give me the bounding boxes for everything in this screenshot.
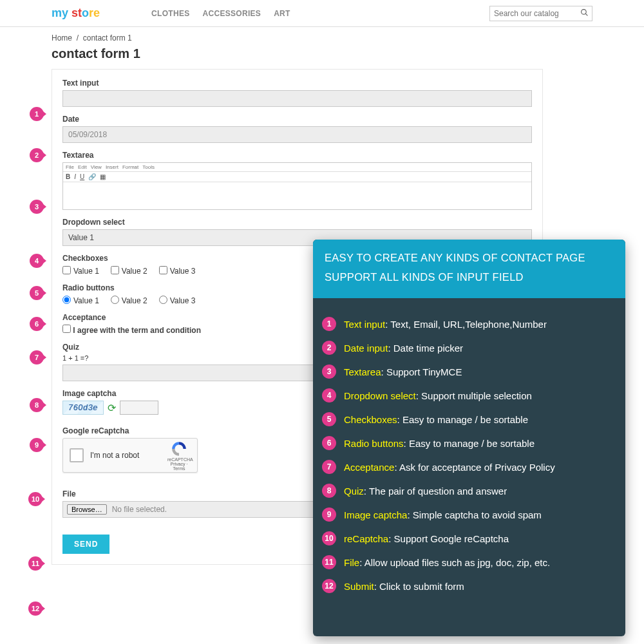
- feature-overlay: EASY TO CREATE ANY KINDS OF CONTACT PAGE…: [313, 240, 625, 636]
- label-textarea: Textarea: [62, 151, 532, 160]
- recaptcha-checkbox[interactable]: [70, 448, 84, 462]
- search-box: [489, 6, 592, 21]
- input-text[interactable]: [62, 90, 532, 107]
- overlay-row: 6 Radio buttons: Easy to manage / be sor…: [322, 436, 616, 450]
- input-captcha[interactable]: [120, 401, 158, 415]
- overlay-badge: 3: [322, 365, 336, 379]
- overlay-badge: 7: [322, 460, 336, 474]
- badge-8: 8: [30, 398, 44, 412]
- overlay-row: 9 Image captcha: Simple captcha to avoid…: [322, 507, 616, 522]
- overlay-row: 5 Checkboxes: Easy to manage / be sortab…: [322, 412, 616, 426]
- recaptcha-widget[interactable]: I'm not a robot reCAPTCHA Privacy · Term…: [62, 438, 198, 473]
- overlay-badge: 12: [322, 579, 336, 593]
- label-text: Text input: [62, 79, 532, 88]
- search-input[interactable]: [489, 6, 592, 21]
- overlay-row: 1 Text input: Text, Email, URL,Telephone…: [322, 317, 616, 331]
- refresh-icon[interactable]: ⟳: [108, 402, 116, 414]
- breadcrumb-page: contact form 1: [83, 33, 132, 43]
- overlay-row: 10 reCaptcha: Support Google reCaptcha: [322, 531, 616, 545]
- underline-icon[interactable]: U: [80, 173, 84, 180]
- svg-line-1: [585, 14, 587, 15]
- badge-7: 7: [30, 350, 44, 365]
- badge-3: 3: [30, 200, 44, 214]
- browse-button[interactable]: Browse…: [67, 504, 107, 515]
- badge-1: 1: [30, 107, 44, 121]
- link-icon[interactable]: 🔗: [88, 173, 96, 180]
- image-icon[interactable]: ▦: [100, 173, 106, 180]
- field-textarea: Textarea FileEditViewInsertFormatTools B…: [62, 151, 532, 210]
- overlay-badge: 9: [322, 507, 336, 522]
- overlay-body: 1 Text input: Text, Email, URL,Telephone…: [313, 298, 625, 611]
- checkbox-3[interactable]: Value 3: [159, 265, 196, 276]
- tinymce-toolbar[interactable]: B I U 🔗 ▦: [63, 172, 531, 182]
- checkbox-1[interactable]: Value 1: [62, 265, 99, 276]
- file-status: No file selected.: [112, 505, 167, 514]
- main-nav: CLOTHES ACCESSORIES ART: [151, 9, 290, 18]
- field-text: Text input: [62, 79, 532, 107]
- field-date: Date: [62, 115, 532, 143]
- overlay-badge: 2: [322, 341, 336, 355]
- radio-1[interactable]: Value 1: [62, 295, 99, 305]
- badge-10: 10: [28, 492, 43, 506]
- nav-accessories[interactable]: ACCESSORIES: [203, 9, 261, 18]
- italic-icon[interactable]: I: [74, 173, 76, 180]
- breadcrumb: Home / contact form 1: [0, 27, 644, 43]
- overlay-badge: 10: [322, 531, 336, 545]
- send-button[interactable]: SEND: [62, 535, 109, 554]
- overlay-badge: 1: [322, 317, 336, 331]
- tinymce-editor[interactable]: FileEditViewInsertFormatTools B I U 🔗 ▦: [62, 162, 532, 210]
- overlay-row: 8 Quiz: The pair of question and answer: [322, 484, 616, 498]
- badge-4: 4: [30, 254, 44, 268]
- search-icon[interactable]: [580, 8, 589, 19]
- overlay-badge: 11: [322, 555, 336, 569]
- overlay-badge: 6: [322, 436, 336, 450]
- input-date[interactable]: [62, 126, 532, 143]
- radio-3[interactable]: Value 3: [159, 295, 196, 305]
- site-logo[interactable]: my store: [52, 6, 100, 20]
- captcha-image: 760d3e: [62, 401, 104, 415]
- textarea-body[interactable]: [63, 182, 531, 209]
- overlay-row: 7 Acceptance: Ask for acceptance of Priv…: [322, 460, 616, 474]
- tinymce-menu[interactable]: FileEditViewInsertFormatTools: [63, 163, 531, 172]
- badge-12: 12: [28, 601, 43, 616]
- overlay-row: 12 Submit: Click to submit form: [322, 579, 616, 593]
- badge-11: 11: [28, 556, 43, 571]
- recaptcha-text: I'm not a robot: [90, 451, 161, 460]
- badge-2: 2: [30, 148, 44, 162]
- overlay-badge: 5: [322, 412, 336, 426]
- radio-2[interactable]: Value 2: [111, 295, 147, 305]
- page-title: contact form 1: [0, 43, 644, 69]
- badge-5: 5: [30, 286, 44, 300]
- label-dropdown: Dropdown select: [62, 218, 532, 227]
- site-header: my store CLOTHES ACCESSORIES ART: [0, 0, 644, 27]
- badge-9: 9: [30, 438, 44, 452]
- overlay-row: 3 Textarea: Support TinyMCE: [322, 365, 616, 379]
- overlay-row: 4 Dropdown select: Support multiple sele…: [322, 388, 616, 402]
- overlay-row: 2 Date input: Date time picker: [322, 341, 616, 355]
- label-date: Date: [62, 115, 532, 124]
- overlay-header: EASY TO CREATE ANY KINDS OF CONTACT PAGE…: [313, 240, 625, 298]
- nav-clothes[interactable]: CLOTHES: [151, 9, 189, 18]
- nav-art[interactable]: ART: [274, 9, 290, 18]
- svg-point-0: [582, 9, 587, 14]
- breadcrumb-home[interactable]: Home: [52, 33, 72, 43]
- badge-6: 6: [30, 317, 44, 331]
- overlay-badge: 4: [322, 388, 336, 402]
- recaptcha-logo-icon: reCAPTCHA Privacy · Terms: [167, 440, 191, 471]
- overlay-row: 11 File: Allow upload files such as jpg,…: [322, 555, 616, 569]
- overlay-badge: 8: [322, 484, 336, 498]
- bold-icon[interactable]: B: [66, 173, 70, 180]
- checkbox-2[interactable]: Value 2: [111, 265, 147, 276]
